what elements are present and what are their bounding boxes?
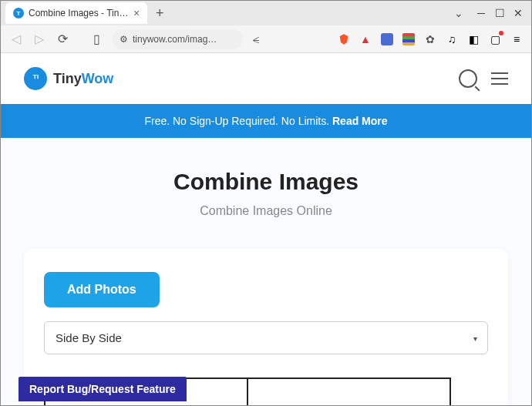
close-tab-icon[interactable]: × — [133, 7, 140, 19]
search-icon[interactable] — [459, 69, 477, 88]
maximize-button[interactable]: ☐ — [491, 5, 508, 22]
triangle-icon[interactable]: ▲ — [359, 32, 372, 46]
promo-banner: Free. No Sign-Up Required. No Limits. Re… — [1, 104, 531, 138]
address-bar[interactable]: ⚙ tinywow.com/imag… — [112, 29, 243, 49]
browser-chrome: T Combine Images - TinyWo × + ⌄ ─ ☐ ✕ ◁ … — [1, 1, 531, 53]
reload-button[interactable]: ⟳ — [55, 32, 70, 47]
header-actions — [459, 69, 508, 88]
layout-select[interactable]: Side By Side — [44, 321, 488, 354]
tab-title: Combine Images - TinyWo — [29, 8, 129, 18]
banner-text: Free. No Sign-Up Required. No Limits. — [144, 115, 332, 127]
site-header: ᵀᴵ TinyWow — [1, 53, 531, 104]
page-subtitle: Combine Images Online — [24, 204, 508, 218]
notif-icon[interactable]: ▢ — [488, 32, 502, 46]
window-controls: ⌄ ─ ☐ ✕ — [454, 5, 531, 22]
logo-text: TinyWow — [53, 71, 113, 87]
preview-slot-right[interactable] — [247, 377, 451, 405]
browser-tab[interactable]: T Combine Images - TinyWo × — [5, 2, 147, 24]
add-photos-button[interactable]: Add Photos — [44, 272, 160, 307]
read-more-link[interactable]: Read More — [332, 115, 388, 127]
new-tab-button[interactable]: + — [150, 4, 169, 22]
layout-select-wrap: Side By Side ▾ — [44, 321, 488, 354]
close-window-button[interactable]: ✕ — [510, 5, 527, 22]
dashlane-icon[interactable] — [380, 32, 394, 46]
logo-icon: ᵀᴵ — [24, 67, 47, 90]
extensions-icon[interactable]: ✿ — [423, 32, 437, 46]
back-button[interactable]: ◁ — [8, 32, 24, 47]
logo[interactable]: ᵀᴵ TinyWow — [24, 67, 113, 90]
hamburger-menu[interactable] — [491, 72, 508, 85]
nav-bar: ◁ ▷ ⟳ ▯ ⚙ tinywow.com/imag… ⪪ ▲ ✿ ♫ ◧ ▢ … — [1, 25, 531, 53]
tab-bar: T Combine Images - TinyWo × + ⌄ ─ ☐ ✕ — [1, 1, 531, 25]
music-icon[interactable]: ♫ — [445, 32, 459, 46]
share-icon[interactable]: ⪪ — [251, 33, 261, 45]
chevron-down-icon[interactable]: ⌄ — [454, 7, 463, 19]
menu-icon[interactable]: ≡ — [510, 32, 524, 46]
tab-favicon: T — [13, 8, 24, 18]
color-extension-icon[interactable] — [402, 32, 416, 46]
sidebar-icon[interactable]: ◧ — [466, 32, 480, 46]
minimize-button[interactable]: ─ — [473, 5, 490, 22]
report-bug-button[interactable]: Report Bug/Request Feature — [19, 377, 187, 401]
page-content: ᵀᴵ TinyWow Free. No Sign-Up Required. No… — [1, 53, 531, 405]
page-title: Combine Images — [24, 169, 508, 195]
brave-shield-icon[interactable] — [337, 32, 351, 46]
forward-button[interactable]: ▷ — [32, 32, 47, 47]
extension-icons: ▲ ✿ ♫ ◧ ▢ ≡ — [337, 32, 524, 46]
bookmark-icon[interactable]: ▯ — [89, 32, 104, 47]
site-settings-icon[interactable]: ⚙ — [120, 34, 128, 45]
url-text: tinywow.com/imag… — [133, 34, 217, 45]
main-area: Combine Images Combine Images Online Add… — [1, 138, 531, 405]
